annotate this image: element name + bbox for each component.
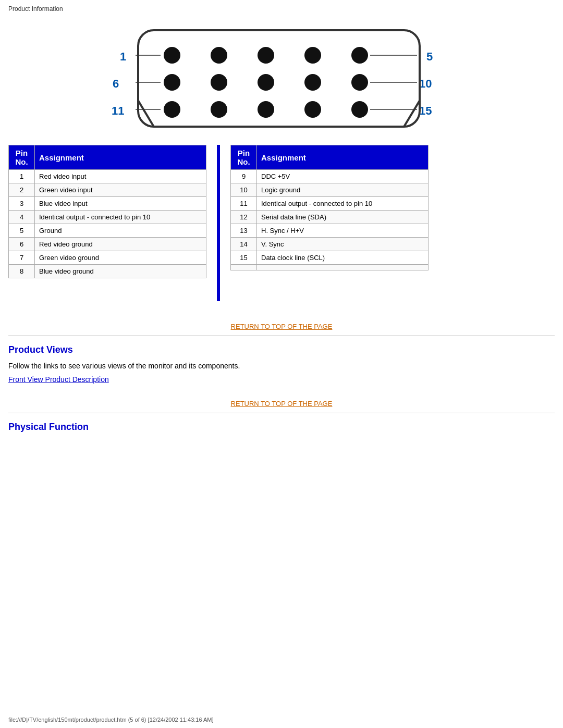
pin-assignment: Ground — [35, 224, 206, 238]
pin-label-11: 11 — [112, 104, 124, 117]
pin-number: 15 — [231, 251, 257, 265]
pin-number: 2 — [9, 183, 35, 197]
physical-function-title: Physical Function — [8, 422, 555, 433]
pin-number: 1 — [9, 170, 35, 183]
table-row — [231, 265, 429, 270]
pin-tables-section: Pin No. Assignment 1Red video input2Gree… — [0, 145, 563, 301]
pin-assignment: Green video ground — [35, 251, 206, 265]
pin-number: 5 — [9, 224, 35, 238]
pin-r1-5 — [351, 47, 368, 64]
pin-number — [231, 265, 257, 270]
table-row: 9DDC +5V — [231, 170, 429, 183]
physical-function-section: Physical Function — [0, 413, 563, 444]
pin-number: 14 — [231, 238, 257, 251]
pin-number: 10 — [231, 183, 257, 197]
table-row: 4Identical output - connected to pin 10 — [9, 211, 206, 224]
pin-r2-1 — [164, 74, 180, 91]
pin-r2-5 — [351, 74, 368, 91]
pin-label-6: 6 — [113, 77, 119, 90]
pin-number: 4 — [9, 211, 35, 224]
pin-r3-2 — [211, 101, 227, 118]
pin-r3-4 — [304, 101, 321, 118]
pin-r3-1 — [164, 101, 180, 118]
right-table-pin-header: Pin No. — [231, 145, 257, 170]
breadcrumb: Product Information — [0, 0, 563, 15]
pin-number: 6 — [9, 238, 35, 251]
pin-assignment — [257, 265, 429, 270]
table-row: 5Ground — [9, 224, 206, 238]
pin-r1-4 — [304, 47, 321, 64]
pin-label-5: 5 — [426, 50, 433, 63]
pin-assignment: Green video input — [35, 183, 206, 197]
table-row: 13H. Sync / H+V — [231, 224, 429, 238]
pin-table-left: Pin No. Assignment 1Red video input2Gree… — [8, 145, 206, 278]
return-to-top-link-2[interactable]: RETURN TO TOP OF THE PAGE — [231, 400, 333, 408]
table-row: 11Identical output - connected to pin 10 — [231, 197, 429, 211]
table-row: 15Data clock line (SCL) — [231, 251, 429, 265]
table-row: 8Blue video ground — [9, 265, 206, 278]
table-divider — [217, 145, 220, 301]
product-views-section: Product Views Follow the links to see va… — [0, 336, 563, 389]
table-row: 14V. Sync — [231, 238, 429, 251]
pin-assignment: V. Sync — [257, 238, 429, 251]
connector-body — [138, 30, 420, 127]
pin-r1-2 — [211, 47, 227, 64]
pin-r3-3 — [258, 101, 274, 118]
pin-assignment: Identical output - connected to pin 10 — [257, 197, 429, 211]
pin-r2-3 — [258, 74, 274, 91]
pin-assignment: DDC +5V — [257, 170, 429, 183]
table-row: 10Logic ground — [231, 183, 429, 197]
table-row: 6Red video ground — [9, 238, 206, 251]
left-table-pin-header: Pin No. — [9, 145, 35, 170]
pin-number: 11 — [231, 197, 257, 211]
pin-number: 7 — [9, 251, 35, 265]
pin-label-15: 15 — [419, 104, 432, 117]
pin-table-right: Pin No. Assignment 9DDC +5V10Logic groun… — [230, 145, 429, 270]
pin-assignment: Red video ground — [35, 238, 206, 251]
table-row: 3Blue video input — [9, 197, 206, 211]
pin-label-10: 10 — [419, 77, 432, 90]
table-row: 2Green video input — [9, 183, 206, 197]
pin-r2-4 — [304, 74, 321, 91]
pin-number: 9 — [231, 170, 257, 183]
pin-r2-2 — [211, 74, 227, 91]
front-view-link[interactable]: Front View Product Description — [8, 375, 109, 384]
return-link-section-2: RETURN TO TOP OF THE PAGE — [0, 389, 563, 413]
product-views-description: Follow the links to see various views of… — [8, 362, 555, 370]
pin-number: 13 — [231, 224, 257, 238]
right-table-assignment-header: Assignment — [257, 145, 429, 170]
pin-assignment: Serial data line (SDA) — [257, 211, 429, 224]
pin-assignment: Identical output - connected to pin 10 — [35, 211, 206, 224]
pin-number: 8 — [9, 265, 35, 278]
connector-right-angled — [404, 101, 420, 127]
pin-assignment: Red video input — [35, 170, 206, 183]
pin-r1-3 — [258, 47, 274, 64]
pin-number: 12 — [231, 211, 257, 224]
left-table-assignment-header: Assignment — [35, 145, 206, 170]
return-link-section-1: RETURN TO TOP OF THE PAGE — [0, 312, 563, 336]
pin-assignment: H. Sync / H+V — [257, 224, 429, 238]
pin-assignment: Data clock line (SCL) — [257, 251, 429, 265]
return-to-top-link-1[interactable]: RETURN TO TOP OF THE PAGE — [231, 323, 333, 330]
pin-r3-5 — [351, 101, 368, 118]
pin-label-1: 1 — [120, 50, 126, 63]
product-views-title: Product Views — [8, 344, 555, 355]
table-row: 1Red video input — [9, 170, 206, 183]
pin-assignment: Blue video ground — [35, 265, 206, 278]
pin-assignment: Logic ground — [257, 183, 429, 197]
connector-diagram: 1 6 11 5 10 15 — [0, 20, 563, 134]
pin-tables-wrapper: Pin No. Assignment 1Red video input2Gree… — [8, 145, 555, 301]
page-footer: file:///D|/TV/english/150mt/product/prod… — [8, 717, 214, 723]
table-row: 12Serial data line (SDA) — [231, 211, 429, 224]
connector-left-angled — [138, 101, 154, 127]
pin-assignment: Blue video input — [35, 197, 206, 211]
vga-connector-svg: 1 6 11 5 10 15 — [104, 20, 459, 134]
pin-number: 3 — [9, 197, 35, 211]
pin-r1-1 — [164, 47, 180, 64]
table-row: 7Green video ground — [9, 251, 206, 265]
